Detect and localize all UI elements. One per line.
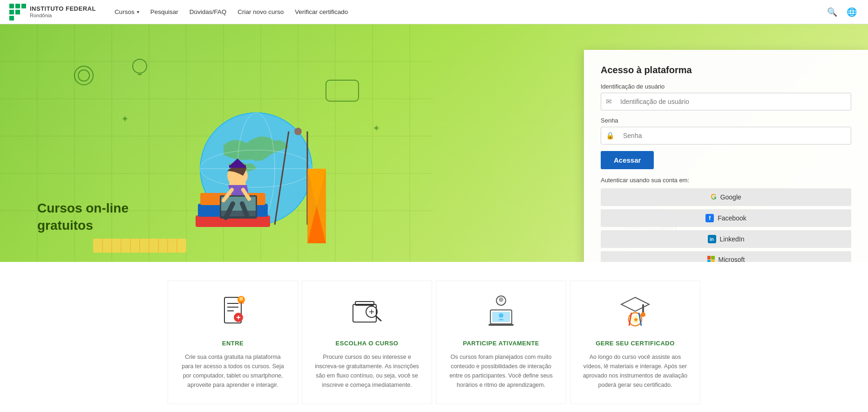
password-input-group: 🔒 (601, 127, 851, 144)
nav-pesquisar[interactable]: Pesquisar (146, 6, 183, 18)
entre-icon (179, 295, 286, 333)
user-input-group: ✉ (601, 93, 851, 110)
brand-text: INSTITUTO FEDERAL Rondônia (30, 6, 96, 18)
chevron-down-icon: ▾ (137, 9, 139, 14)
feature-participe: PARTICIPE ATIVAMENTE Os cursos foram pla… (436, 281, 566, 404)
hero-section: ✦ ✦ Cursos on-line gratuitos com certifi… (0, 24, 868, 262)
facebook-icon: f (705, 214, 714, 222)
microsoft-auth-button[interactable]: Microsoft (601, 251, 851, 262)
svg-rect-4 (15, 10, 20, 14)
svg-point-29 (294, 128, 302, 135)
user-label: Identificação de usuário (601, 83, 851, 90)
hero-tagline-line1: Cursos on-line (37, 200, 129, 217)
svg-point-80 (499, 297, 503, 302)
svg-rect-82 (488, 324, 514, 326)
certificado-desc: Ao longo do curso você assiste aos vídeo… (582, 352, 689, 390)
nav-criar[interactable]: Criar novo curso (233, 6, 288, 18)
svg-point-49 (133, 59, 147, 73)
escolha-title: ESCOLHA O CURSO (313, 340, 420, 347)
hero-tagline-line2: gratuitos (37, 217, 129, 234)
feature-entre: ENTRE Crie sua conta gratuita na platafo… (168, 281, 298, 404)
svg-rect-0 (9, 4, 14, 8)
linkedin-icon: in (708, 235, 716, 243)
escolha-desc: Procure cursos do seu interesse e inscre… (313, 352, 420, 390)
login-title: Acesso à plataforma (601, 65, 851, 76)
linkedin-auth-button[interactable]: in LinkedIn (601, 230, 851, 248)
svg-text:✦: ✦ (373, 123, 380, 133)
user-input[interactable] (617, 93, 851, 110)
escolha-icon (313, 295, 420, 333)
svg-rect-73 (353, 304, 376, 322)
brand-logo (9, 4, 26, 21)
participe-title: PARTICIPE ATIVAMENTE (448, 340, 555, 347)
svg-point-48 (78, 70, 89, 81)
svg-rect-1 (15, 4, 20, 8)
svg-marker-85 (621, 297, 649, 311)
svg-rect-3 (9, 10, 14, 14)
feature-escolha: ESCOLHA O CURSO Procure cursos do seu in… (302, 281, 432, 404)
google-icon: G (711, 193, 716, 201)
svg-text:★: ★ (633, 316, 638, 323)
svg-point-84 (499, 313, 503, 318)
entre-title: ENTRE (179, 340, 286, 347)
hero-tagline: Cursos on-line gratuitos (37, 200, 129, 234)
features-section: ENTRE Crie sua conta gratuita na platafo… (0, 262, 868, 412)
certificado-icon: ★ (582, 295, 689, 333)
lock-icon: 🔒 (601, 131, 619, 140)
feature-certificado: ★ GERE SEU CERTIFICADO Ao longo do curso… (570, 281, 700, 404)
nav-cursos[interactable]: Cursos ▾ (110, 6, 144, 18)
google-btn-label: Google (720, 193, 741, 201)
participe-icon (448, 295, 555, 333)
password-label: Senha (601, 117, 851, 124)
facebook-auth-button[interactable]: f Facebook (601, 209, 851, 227)
svg-rect-2 (21, 4, 26, 8)
brand: INSTITUTO FEDERAL Rondônia (9, 4, 96, 21)
password-input[interactable] (619, 127, 851, 144)
google-auth-button[interactable]: G Google (601, 188, 851, 206)
linkedin-btn-label: LinkedIn (720, 235, 745, 243)
nav-links: Cursos ▾ Pesquisar Dúvidas/FAQ Criar nov… (110, 6, 825, 18)
svg-point-72 (239, 297, 243, 301)
participe-desc: Os cursos foram planejados com muito con… (448, 352, 555, 390)
navbar: INSTITUTO FEDERAL Rondônia Cursos ▾ Pesq… (0, 0, 868, 24)
brand-subtitle: Rondônia (30, 13, 96, 18)
globe-icon[interactable]: 🌐 (845, 5, 859, 19)
nav-duvidas[interactable]: Dúvidas/FAQ (185, 6, 231, 18)
svg-rect-38 (229, 165, 246, 168)
svg-text:✦: ✦ (121, 114, 129, 124)
microsoft-icon (707, 256, 715, 262)
svg-rect-5 (9, 16, 14, 21)
svg-rect-51 (326, 80, 359, 101)
brand-title: INSTITUTO FEDERAL (30, 6, 96, 12)
microsoft-btn-label: Microsoft (719, 256, 745, 262)
svg-point-47 (75, 66, 93, 85)
login-panel: Acesso à plataforma Identificação de usu… (584, 50, 868, 262)
social-auth-label: Autenticar usando sua conta em: (601, 177, 851, 184)
entre-desc: Crie sua conta gratuita na plataforma pa… (179, 352, 286, 390)
envelope-icon: ✉ (601, 97, 617, 106)
search-icon[interactable]: 🔍 (825, 5, 839, 19)
access-button[interactable]: Acessar (601, 151, 654, 169)
nav-verificar[interactable]: Verificar certificado (290, 6, 353, 18)
nav-right: 🔍 🌐 (825, 5, 859, 19)
certificado-title: GERE SEU CERTIFICADO (582, 340, 689, 347)
facebook-btn-label: Facebook (718, 214, 746, 222)
